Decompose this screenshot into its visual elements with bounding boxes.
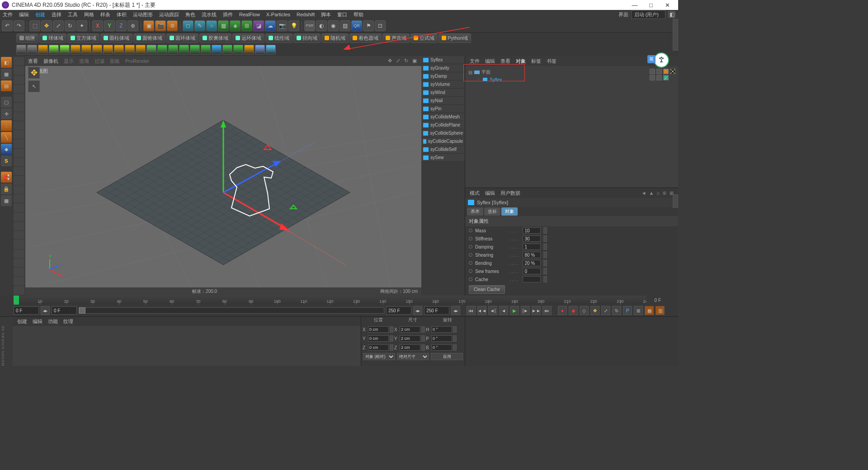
om-tab-查看[interactable]: 查看 <box>500 58 510 65</box>
menu-角色[interactable]: 角色 <box>185 11 195 18</box>
prev-key-button[interactable]: ◄| <box>488 306 497 315</box>
keyframe-dot[interactable] <box>469 245 472 249</box>
attr-subtab-基本[interactable]: 基本 <box>467 207 483 216</box>
snap-opt-17[interactable] <box>14 213 24 221</box>
environment-button[interactable]: ☁ <box>265 20 276 31</box>
vp-menu-显示[interactable]: 显示 <box>64 58 74 65</box>
mat-tab-创建[interactable]: 创建 <box>17 318 27 325</box>
axis-x-toggle[interactable]: X <box>92 20 103 31</box>
layout-lock-icon[interactable]: ◧ <box>668 11 675 18</box>
rotate-tool[interactable]: ↻ <box>65 20 75 31</box>
mode-texture[interactable]: ▦ <box>1 69 12 80</box>
mograph-tool-6[interactable] <box>81 45 91 55</box>
vis-editor-tag-2[interactable] <box>650 75 655 80</box>
field-球体域[interactable]: 球体域 <box>39 33 66 43</box>
maximize-button[interactable]: □ <box>646 2 656 9</box>
material-area[interactable] <box>13 326 361 366</box>
snap-opt-3[interactable] <box>14 85 24 93</box>
right-drawer-handle-mid[interactable] <box>673 194 678 208</box>
syflex-cmd-syPin[interactable]: syPin <box>421 105 465 113</box>
mat-tab-纹理[interactable]: 纹理 <box>63 318 73 325</box>
psr-button[interactable]: PSR <box>304 20 315 31</box>
menu-插件[interactable]: 插件 <box>223 11 233 18</box>
om-tab-文件[interactable]: 文件 <box>470 58 480 65</box>
vp-rotate-icon[interactable]: ↻ <box>404 58 410 64</box>
last-tool[interactable]: ✦ <box>76 20 87 31</box>
vp-menu-查看[interactable]: 查看 <box>28 58 38 65</box>
mode-object[interactable]: ▢ <box>1 97 12 108</box>
keyframe-dot[interactable] <box>469 269 472 273</box>
syflex-cmd-syWind[interactable]: syWind <box>421 89 465 97</box>
active-move-tool[interactable]: ✥ <box>28 67 40 79</box>
vp-menu-选项[interactable]: 选项 <box>79 58 89 65</box>
field-远环体域[interactable]: 远环体域 <box>232 33 264 43</box>
current-frame-input[interactable] <box>52 306 77 315</box>
key-pos-button[interactable]: ✥ <box>590 306 599 315</box>
keyframe-dot[interactable] <box>469 237 472 240</box>
snap-opt-1[interactable] <box>14 66 24 75</box>
snap-opt-22[interactable] <box>14 258 24 267</box>
keyframe-dot[interactable] <box>469 229 472 232</box>
coord-size-select[interactable]: 绝对尺寸 <box>397 353 429 360</box>
anim-end-input[interactable] <box>386 306 411 315</box>
mograph-tool-5[interactable] <box>71 45 80 55</box>
render-pv-button[interactable]: 🎬 <box>155 20 166 31</box>
coord-Z-pos[interactable] <box>368 344 389 351</box>
play-back-button[interactable]: ◄ <box>499 306 508 315</box>
snap-opt-6[interactable] <box>14 112 24 121</box>
coord-system-toggle[interactable]: ⊕ <box>127 20 138 31</box>
mat-tab-功能[interactable]: 功能 <box>48 318 58 325</box>
attr-nav-back-icon[interactable]: ◄ <box>642 190 646 196</box>
enable-tag[interactable]: ✓ <box>663 75 669 80</box>
menu-运动图形[interactable]: 运动图形 <box>133 11 153 18</box>
mograph-tool-14[interactable] <box>168 45 178 55</box>
snap-opt-19[interactable] <box>14 231 24 240</box>
mograph-tool-3[interactable] <box>49 45 59 55</box>
menu-体积[interactable]: 体积 <box>117 11 127 18</box>
syflex-cmd-syNail[interactable]: syNail <box>421 97 465 105</box>
snap-opt-9[interactable] <box>14 139 24 148</box>
mode-poly[interactable]: ◆ <box>1 144 12 155</box>
attr-tab-用户数据[interactable]: 用户数据 <box>500 190 520 197</box>
lock-toggle[interactable]: 🔒 <box>1 183 12 194</box>
mograph-tool-0[interactable] <box>16 45 26 55</box>
field-立方体域[interactable]: 立方体域 <box>67 33 99 43</box>
light-button[interactable]: 💡 <box>288 20 299 31</box>
coord-X-size[interactable] <box>400 326 420 333</box>
ime-indicator[interactable]: 英 <box>647 55 656 63</box>
vp-menu-面板[interactable]: 面板 <box>110 58 120 65</box>
spinner[interactable] <box>543 252 547 258</box>
syflex-cmd-syVolume[interactable]: syVolume <box>421 80 465 89</box>
mograph-tool-20[interactable] <box>233 45 243 55</box>
coord-P-rot[interactable] <box>431 335 452 342</box>
attr-tab-编辑[interactable]: 编辑 <box>485 190 495 197</box>
coord-mode-select[interactable]: 对象 (相对) <box>363 353 395 360</box>
vis-editor-tag[interactable] <box>650 69 655 74</box>
field-线性域[interactable]: 线性域 <box>265 33 292 43</box>
syflex-cmd-syCollideSelf[interactable]: syCollideSelf <box>421 146 465 154</box>
attr-input-Cache[interactable] <box>523 276 541 282</box>
mograph-tool-8[interactable] <box>103 45 113 55</box>
attr-input-Damping[interactable] <box>523 244 541 250</box>
snap-opt-21[interactable] <box>14 249 24 258</box>
field-组匣[interactable]: 组匣 <box>16 33 38 43</box>
xpresso-tag[interactable] <box>670 69 675 74</box>
snap-toggle[interactable]: 🧲 <box>1 172 12 183</box>
viewport-perspective[interactable]: 透视视图 <box>25 66 421 287</box>
syflex-cmd-Syflex[interactable]: Syflex <box>421 56 465 64</box>
menu-样条[interactable]: 样条 <box>100 11 110 18</box>
go-end-button[interactable]: ⏭ <box>542 306 552 315</box>
spinner[interactable] <box>543 268 547 274</box>
vp-menu-ProRender[interactable]: ProRender <box>125 58 149 64</box>
camera-button[interactable]: 📷 <box>277 20 288 31</box>
menu-X-Particles[interactable]: X-Particles <box>266 12 290 17</box>
menu-创建[interactable]: 创建 <box>35 11 45 18</box>
right-drawer-handle-top[interactable] <box>673 19 678 51</box>
mode-edge[interactable]: ╲ <box>1 132 12 143</box>
axis-y-toggle[interactable]: Y <box>104 20 115 31</box>
render-view-button[interactable]: ▣ <box>143 20 154 31</box>
attr-subtab-对象[interactable]: 对象 <box>501 207 518 216</box>
om-tab-编辑[interactable]: 编辑 <box>485 58 495 65</box>
mograph-tool-13[interactable] <box>157 45 167 55</box>
snap-opt-20[interactable] <box>14 240 24 249</box>
